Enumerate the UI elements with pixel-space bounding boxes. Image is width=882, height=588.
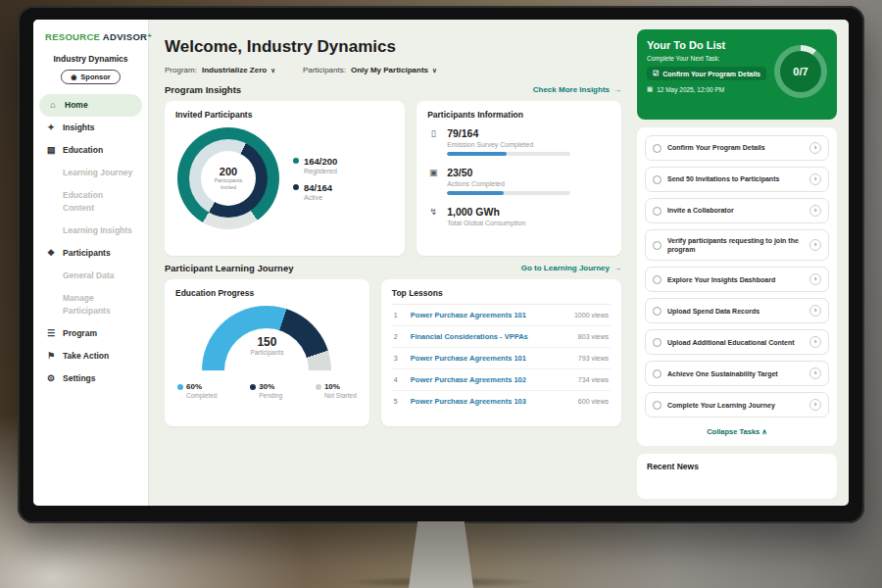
todo-task-complete-learning-journey[interactable]: Complete Your Learning Journey › (645, 392, 829, 417)
legend-dot-pending (250, 384, 256, 390)
sidebar-item-education[interactable]: ▤ Education (33, 139, 148, 162)
chevron-right-icon[interactable]: › (809, 368, 821, 379)
sidebar-item-insights[interactable]: ✦ Insights (33, 117, 148, 139)
sidebar-item-manage-participants[interactable]: Manage Participants (33, 287, 148, 322)
legend-value: 84/164 (304, 182, 332, 193)
education-gauge-chart: 150 Participants (202, 306, 331, 372)
todo-list-card: Confirm Your Program Details › Send 50 I… (637, 127, 837, 446)
sidebar-item-participants[interactable]: ❖ Participants (33, 242, 148, 265)
progress-bar-fill (447, 191, 504, 195)
lesson-row: 3 Power Purchase Agreements 101 793 view… (392, 348, 611, 369)
lesson-link[interactable]: Power Purchase Agreements 102 (411, 375, 570, 384)
sidebar-item-program[interactable]: ☰ Program (33, 322, 148, 345)
lesson-rank: 4 (394, 376, 403, 383)
lesson-link[interactable]: Power Purchase Agreements 101 (411, 311, 566, 319)
todo-task-upload-educational-content[interactable]: Upload Additional Educational Content › (645, 329, 829, 355)
task-checkbox[interactable] (653, 241, 662, 250)
todo-task-achieve-target[interactable]: Achieve One Sustainability Target › (645, 361, 829, 386)
invited-donut-chart: 200 Participants Invited (177, 127, 279, 229)
legend-label: Completed (186, 392, 217, 399)
lesson-link[interactable]: Power Purchase Agreements 103 (411, 397, 570, 406)
legend-value: 164/200 (304, 156, 337, 167)
sidebar-item-label: Settings (63, 372, 96, 385)
todo-column: Your To Do List Complete Your Next Task:… (635, 20, 849, 506)
check-more-insights-link[interactable]: Check More Insights → (533, 85, 621, 94)
go-to-learning-journey-link[interactable]: Go to Learning Journey → (521, 264, 621, 272)
chevron-right-icon[interactable]: › (809, 205, 821, 217)
program-filter-label: Program: (165, 66, 197, 74)
task-label: Achieve One Sustainability Target (667, 369, 804, 378)
sidebar-item-settings[interactable]: ⚙ Settings (33, 368, 148, 390)
task-checkbox[interactable] (653, 369, 662, 378)
stat-global-consumption: ↯ 1,000 GWh Total Global Consumption (427, 206, 611, 230)
chevron-right-icon[interactable]: › (809, 273, 821, 285)
legend-dot-completed (177, 384, 183, 390)
task-checkbox[interactable] (653, 338, 662, 347)
gauge-center: 150 Participants (202, 335, 331, 356)
stat-value: 23/50 (447, 167, 570, 178)
sidebar-nav: ⌂ Home ✦ Insights ▤ Education Learning J… (33, 94, 148, 390)
task-checkbox[interactable] (653, 401, 662, 410)
task-checkbox[interactable] (653, 175, 662, 184)
sidebar-item-learning-insights[interactable]: Learning Insights (33, 220, 148, 242)
lesson-link[interactable]: Financial Considerations - VPPAs (411, 332, 570, 341)
todo-task-upload-spend-data[interactable]: Upload Spend Data Records › (645, 298, 829, 323)
chevron-right-icon[interactable]: › (809, 305, 821, 317)
next-task-chip[interactable]: ☑ Confirm Your Program Details (647, 67, 766, 80)
sidebar-item-label: Education (63, 144, 103, 157)
chevron-down-icon: ∨ (270, 67, 275, 74)
sidebar-item-label: Manage Participants (63, 292, 135, 318)
dashboard-screen: RESOURCE ADVISOR+ Industry Dynamics ◉ Sp… (33, 20, 849, 506)
legend-item: 60% Completed (177, 382, 217, 399)
task-checkbox[interactable] (653, 144, 662, 153)
insights-icon: ✦ (46, 122, 56, 134)
chevron-right-icon[interactable]: › (809, 399, 821, 411)
participants-icon: ❖ (46, 247, 56, 260)
settings-icon: ⚙ (46, 372, 56, 385)
program-filter: Program: Industrialize Zero ∨ (165, 66, 275, 74)
chevron-right-icon[interactable]: › (809, 142, 821, 154)
lesson-rank: 5 (394, 398, 403, 405)
sidebar-item-education-content[interactable]: Education Content (33, 184, 148, 220)
sidebar-item-take-action[interactable]: ⚑ Take Action (33, 345, 148, 368)
sidebar-item-learning-journey[interactable]: Learning Journey (33, 162, 148, 184)
todo-task-confirm-program[interactable]: Confirm Your Program Details › (645, 135, 829, 161)
sidebar-item-label: General Data (63, 270, 114, 282)
sidebar-item-home[interactable]: ⌂ Home (39, 94, 142, 117)
todo-task-explore-insights[interactable]: Explore Your Insights Dashboard › (645, 267, 829, 292)
todo-title: Your To Do List (647, 39, 776, 51)
legend-dot-active (293, 184, 299, 190)
todo-task-verify-participants[interactable]: Verify participants requesting to join t… (645, 229, 829, 261)
program-select[interactable]: Industrialize Zero ∨ (202, 66, 275, 74)
legend-label: Not Started (324, 392, 357, 399)
take-action-icon: ⚑ (46, 350, 56, 363)
lesson-link[interactable]: Power Purchase Agreements 101 (411, 354, 570, 363)
chevron-right-icon[interactable]: › (809, 239, 821, 251)
sidebar-item-label: Learning Journey (63, 167, 132, 179)
todo-task-invite-collaborator[interactable]: Invite a Collaborator › (645, 198, 829, 223)
calendar-icon: ▦ (647, 85, 653, 93)
sponsor-badge[interactable]: ◉ Sponsor (61, 70, 121, 84)
lesson-views: 803 views (578, 333, 609, 340)
task-checkbox[interactable] (653, 275, 662, 284)
collapse-tasks-link[interactable]: Collapse Tasks ∧ (645, 423, 829, 438)
stat-value: 79/164 (447, 127, 570, 139)
task-label: Invite a Collaborator (667, 206, 804, 215)
participants-select[interactable]: Only My Participants ∨ (351, 66, 437, 74)
arrow-right-icon: → (613, 85, 621, 94)
task-checkbox[interactable] (653, 207, 662, 216)
lesson-row: 4 Power Purchase Agreements 102 734 view… (392, 369, 611, 391)
legend-item: 84/164 Active (293, 182, 337, 201)
card-title: Education Progress (175, 288, 359, 298)
chevron-right-icon[interactable]: › (809, 336, 821, 348)
task-checkbox[interactable] (653, 307, 662, 316)
sidebar-item-general-data[interactable]: General Data (33, 265, 148, 287)
sidebar-item-label: Education Content (63, 189, 135, 215)
progress-bar-fill (447, 152, 506, 156)
monitor-bezel: RESOURCE ADVISOR+ Industry Dynamics ◉ Sp… (18, 6, 864, 523)
education-icon: ▤ (46, 144, 56, 157)
todo-task-send-invitations[interactable]: Send 50 Invitations to Participants › (645, 167, 829, 192)
chevron-right-icon[interactable]: › (809, 173, 821, 185)
program-select-value: Industrialize Zero (202, 66, 267, 74)
collapse-label: Collapse Tasks (707, 427, 760, 436)
